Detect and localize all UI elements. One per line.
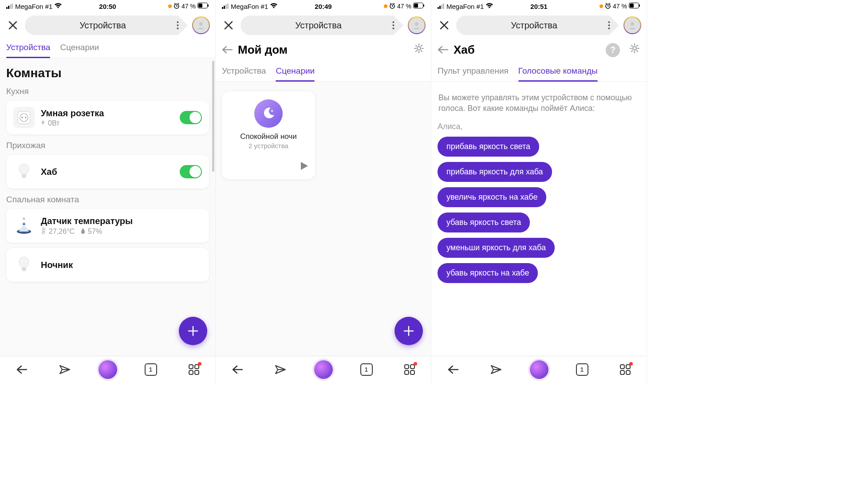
voice-command-chip[interactable]: уменьши яркость для хаба [438, 238, 555, 258]
voice-command-chip[interactable]: убавь яркость на хабе [438, 263, 538, 283]
tab-voice[interactable]: Голосовые команды [518, 62, 598, 81]
nav-alice-icon[interactable] [314, 360, 333, 379]
avatar[interactable] [408, 16, 426, 34]
svg-point-16 [19, 164, 29, 174]
svg-rect-45 [438, 7, 439, 9]
screen-devices: MegaFon #1 20:50 47 % Устройства [0, 0, 216, 382]
svg-rect-47 [441, 4, 442, 9]
svg-point-19 [23, 223, 25, 225]
scenario-card[interactable]: Спокойной ночи 2 устройства [222, 91, 315, 179]
status-time: 20:50 [99, 3, 116, 10]
battery-label: 47 % [397, 3, 411, 10]
toggle-switch[interactable] [180, 165, 202, 178]
back-title: Мой дом [238, 43, 408, 57]
svg-rect-46 [439, 6, 441, 9]
nav-apps-icon[interactable] [400, 360, 419, 379]
voice-command-chip[interactable]: прибавь яркость для хаба [438, 162, 552, 182]
more-icon[interactable] [171, 21, 184, 30]
app-header: Устройства [216, 12, 431, 38]
scenario-sub: 2 устройства [248, 142, 288, 150]
avatar[interactable] [192, 16, 210, 34]
scrollbar[interactable] [212, 61, 214, 172]
svg-rect-41 [405, 365, 409, 369]
device-card-hub[interactable]: Хаб [6, 155, 209, 189]
svg-rect-48 [443, 4, 444, 9]
device-card-sensor[interactable]: Датчик температуры 27,26°C 57% [6, 209, 209, 243]
nav-alice-icon[interactable] [99, 360, 117, 379]
more-icon[interactable] [602, 21, 615, 30]
help-icon[interactable]: ? [606, 43, 620, 57]
wifi-icon [270, 3, 278, 10]
tab-devices[interactable]: Устройства [222, 62, 266, 81]
voice-command-chip[interactable]: увеличь яркость на хабе [438, 187, 546, 207]
add-button[interactable] [179, 317, 207, 345]
moon-icon [254, 99, 283, 128]
device-sub: 0Вт [48, 119, 59, 127]
tab-remote[interactable]: Пульт управления [438, 62, 509, 81]
content: Комнаты Кухня Умная розетка 0Вт Прихожая… [0, 58, 215, 356]
svg-point-15 [25, 117, 26, 118]
device-card-nightlight[interactable]: Ночник [6, 248, 209, 282]
svg-point-56 [631, 22, 634, 26]
gear-icon[interactable] [413, 43, 425, 57]
svg-rect-23 [22, 267, 26, 271]
back-arrow-icon[interactable] [222, 44, 233, 56]
svg-point-57 [633, 47, 636, 50]
device-humidity: 57% [88, 228, 102, 236]
add-button[interactable] [394, 317, 423, 345]
device-card-socket[interactable]: Умная розетка 0Вт [6, 101, 209, 134]
gear-icon[interactable] [629, 43, 640, 57]
wifi-icon [485, 3, 493, 10]
signal-icon [222, 3, 229, 10]
tab-scenarios[interactable]: Сценарии [60, 38, 99, 58]
nav-send-icon[interactable] [271, 360, 290, 379]
nav-send-icon[interactable] [55, 360, 74, 379]
nav-tabs-icon[interactable]: 1 [142, 360, 160, 379]
tab-scenarios[interactable]: Сценарии [276, 62, 315, 81]
voice-command-chip[interactable]: убавь яркость света [438, 213, 530, 232]
svg-rect-51 [630, 4, 634, 8]
page-title: Устройства [466, 20, 602, 31]
nav-back-icon[interactable] [444, 360, 462, 379]
voice-command-chip[interactable]: прибавь яркость света [438, 137, 539, 157]
close-button[interactable] [221, 18, 236, 33]
nav-alice-icon[interactable] [530, 360, 548, 379]
wifi-icon [54, 3, 62, 10]
svg-rect-26 [189, 370, 193, 374]
nav-send-icon[interactable] [487, 360, 505, 379]
status-bar: MegaFon #1 20:49 47 % [216, 0, 431, 12]
nav-back-icon[interactable] [228, 360, 247, 379]
title-pill[interactable]: Устройства [25, 16, 188, 35]
nav-apps-icon[interactable] [185, 360, 203, 379]
socket-icon [13, 107, 35, 128]
svg-rect-43 [405, 370, 409, 374]
svg-rect-31 [227, 4, 229, 9]
carrier-label: MegaFon #1 [231, 3, 268, 10]
page-title: Устройства [250, 20, 387, 31]
play-icon[interactable] [300, 160, 309, 174]
title-pill[interactable]: Устройства [456, 16, 619, 35]
carrier-label: MegaFon #1 [15, 3, 52, 10]
bottom-nav: 1 [431, 356, 647, 382]
thermometer-icon [41, 227, 46, 236]
screen-scenarios: MegaFon #1 20:49 47 % Устройства Мой дом… [216, 0, 431, 382]
nav-tabs-icon[interactable]: 1 [573, 360, 592, 379]
avatar[interactable] [623, 16, 641, 34]
toggle-switch[interactable] [180, 111, 202, 124]
nav-apps-icon[interactable] [616, 360, 635, 379]
back-title: Хаб [454, 43, 600, 57]
screen-voice-commands: MegaFon #1 20:51 47 % Устройства Хаб ? П… [431, 0, 647, 382]
tab-devices[interactable]: Устройства [6, 38, 50, 58]
close-button[interactable] [437, 18, 452, 33]
svg-point-8 [177, 21, 178, 23]
nav-back-icon[interactable] [12, 360, 31, 379]
more-icon[interactable] [387, 21, 400, 30]
nav-tabs-icon[interactable]: 1 [357, 360, 376, 379]
svg-rect-25 [195, 365, 199, 369]
svg-point-36 [392, 21, 394, 23]
close-button[interactable] [5, 18, 20, 33]
back-arrow-icon[interactable] [438, 44, 448, 56]
title-pill[interactable]: Устройства [241, 16, 403, 35]
svg-rect-2 [10, 4, 11, 9]
svg-rect-17 [22, 174, 26, 178]
